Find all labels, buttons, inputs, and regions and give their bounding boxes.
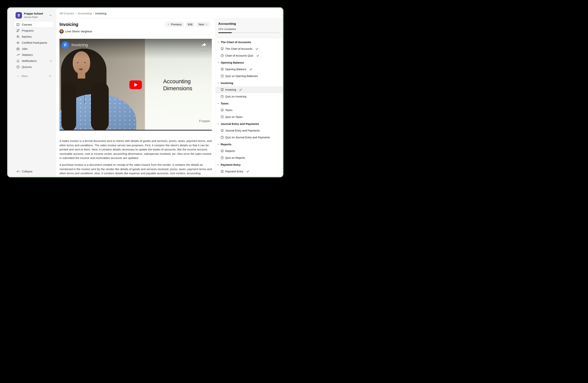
- lesson-title: Invoicing: [225, 88, 236, 91]
- outline-section-reports[interactable]: Reports: [216, 141, 282, 148]
- help-circle-icon: [221, 115, 224, 119]
- outline-item-quiz-on-opening-balances[interactable]: Quiz on Opening Balances: [216, 73, 282, 79]
- outline-item-quiz-on-taxes[interactable]: Quiz on Taxes: [216, 114, 282, 120]
- video-bottom-bar: [60, 130, 212, 131]
- help-circle-icon: [221, 156, 224, 159]
- outline-item-chart-of-accounts-quiz[interactable]: Chart of Accounts Quiz: [216, 52, 282, 59]
- outline-item-taxes[interactable]: Taxes: [216, 107, 282, 114]
- outline-section-opening-balance[interactable]: Opening Balance: [216, 59, 282, 66]
- school-name: Frappe School: [24, 12, 43, 15]
- section-title: Taxes: [221, 102, 229, 105]
- sidebar-item-certified-participants[interactable]: Certified Participants: [14, 40, 53, 46]
- video-title[interactable]: Invoicing: [71, 43, 88, 47]
- lesson-title: Quiz on Invoicing: [225, 95, 246, 98]
- frappe-channel-icon[interactable]: F: [62, 41, 69, 49]
- lesson-paragraph: A purchase invoice is a document created…: [60, 163, 212, 176]
- lesson-paragraph: A Sales invoice is a formal document sen…: [60, 139, 212, 160]
- breadcrumb-all-courses[interactable]: All Courses: [60, 12, 74, 15]
- progress-bar: [218, 32, 280, 33]
- course-outline-panel: Accounting 22% completed The Chart of Ac…: [215, 18, 282, 176]
- sidebar-item-jobs[interactable]: Jobs: [14, 46, 53, 52]
- chevron-down-icon: [217, 102, 220, 105]
- outline-item-quiz-on-reports[interactable]: Quiz on Reports: [216, 154, 282, 161]
- collapse-sidebar-button[interactable]: Collapse: [14, 168, 53, 174]
- lesson-title: Journal Entry and Payments: [225, 129, 260, 132]
- outline-section-journal-entry-and-payments[interactable]: Journal Entry and Payments: [216, 120, 282, 127]
- outline-section-the-chart-of-accounts[interactable]: The Chart of Accounts: [216, 38, 282, 45]
- sidebar-item-label: Statistics: [22, 53, 52, 57]
- section-title: Invoicing: [221, 81, 233, 85]
- graduation-cap-icon: [16, 41, 20, 44]
- course-outline-header: Accounting 22% completed: [216, 18, 282, 38]
- chevron-down-icon: [217, 163, 220, 166]
- content-wrap: All Courses / Accounting / Invoicing Inv…: [56, 9, 282, 176]
- monitor-play-icon: [221, 68, 224, 71]
- outline-section-taxes[interactable]: Taxes: [216, 100, 282, 107]
- breadcrumb-current: Invoicing: [95, 12, 106, 15]
- previous-button[interactable]: Previous: [165, 22, 184, 27]
- collapse-left-icon: [16, 170, 20, 173]
- sidebar-item-courses[interactable]: Courses: [14, 21, 53, 28]
- share-label: Share: [201, 48, 207, 51]
- edit-button[interactable]: Edit: [186, 22, 195, 27]
- outline-item-journal-entry-and-payments[interactable]: Journal Entry and Payments: [216, 127, 282, 134]
- check-icon: [249, 68, 252, 71]
- page-title: Invoicing: [60, 22, 78, 27]
- breadcrumb-accounting[interactable]: Accounting: [78, 12, 92, 15]
- outline-item-quiz-on-invoicing[interactable]: Quiz on Invoicing: [216, 93, 282, 100]
- outline-section-payment-entry[interactable]: Payment Entry: [216, 161, 282, 168]
- sidebar-item-label: Programs: [22, 29, 52, 32]
- route-icon: [16, 29, 20, 32]
- sidebar-item-batches[interactable]: Batches: [14, 34, 53, 40]
- frappe-watermark: Frappe: [199, 119, 210, 123]
- next-button[interactable]: Next: [196, 22, 210, 27]
- sidebar-item-statistics[interactable]: Statistics: [14, 52, 53, 58]
- trending-up-icon: [16, 53, 20, 57]
- page-head: Invoicing Previous Edit Next: [60, 21, 212, 27]
- workspace-switcher[interactable]: Frappe School Jannat Patel: [8, 9, 56, 21]
- section-title: Payment Entry: [221, 163, 241, 166]
- monitor-play-icon: [221, 170, 224, 173]
- outline-item-payment-entry[interactable]: Payment Entry: [216, 168, 282, 175]
- outline-item-reports[interactable]: Reports: [216, 148, 282, 154]
- lesson-title: The Chart of Accounts: [225, 47, 252, 50]
- breadcrumb-separator: /: [76, 12, 76, 15]
- sidebar-item-programs[interactable]: Programs: [14, 28, 53, 34]
- sidebar: Frappe School Jannat Patel CoursesProgra…: [8, 9, 56, 176]
- video-titlebar: F Invoicing: [62, 41, 88, 49]
- video-player[interactable]: Accounting Dimensions F Invoicing Share: [60, 39, 212, 131]
- outline-item-opening-balance[interactable]: Opening Balance: [216, 66, 282, 73]
- chevron-right-icon: [16, 75, 19, 77]
- sidebar-item-notifications[interactable]: Notifications1: [14, 58, 53, 64]
- monitor-play-icon: [221, 108, 224, 112]
- author-avatar: [60, 29, 64, 34]
- check-icon: [255, 47, 259, 51]
- help-circle-icon: [16, 65, 20, 69]
- lesson-title: Quiz on Reports: [225, 156, 245, 159]
- plus-icon[interactable]: [48, 75, 52, 77]
- outline-section-invoicing[interactable]: Invoicing: [216, 79, 282, 86]
- section-title: Opening Balance: [221, 61, 244, 64]
- sidebar-item-quizzes[interactable]: Quizzes: [14, 64, 53, 70]
- chevron-down-icon[interactable]: [49, 14, 52, 17]
- outline-item-invoicing[interactable]: Invoicing: [216, 86, 282, 93]
- lesson-title: Quiz on Journal Entry and Payments: [225, 136, 270, 139]
- outline-item-quiz-on-journal-entry-and-payments[interactable]: Quiz on Journal Entry and Payments: [216, 134, 282, 141]
- collapse-label: Collapse: [22, 170, 32, 173]
- lesson-title: Opening Balance: [225, 68, 246, 71]
- sidebar-spacer: [8, 79, 56, 168]
- share-button[interactable]: Share: [201, 42, 207, 51]
- play-button[interactable]: [129, 80, 142, 89]
- sidebar-more[interactable]: More: [8, 73, 56, 79]
- content-row: Invoicing Previous Edit Next: [56, 18, 282, 176]
- users-icon: [16, 35, 20, 38]
- monitor-play-icon: [221, 47, 224, 51]
- outline-item-the-chart-of-accounts[interactable]: The Chart of Accounts: [216, 45, 282, 52]
- progress-label: 22% completed: [218, 28, 280, 30]
- chevron-left-icon: [167, 23, 170, 26]
- user-name: Jannat Patel: [24, 16, 43, 19]
- breadcrumb-separator: /: [93, 12, 94, 15]
- sidebar-item-label: Quizzes: [22, 65, 52, 69]
- lesson-nav-actions: Previous Edit Next: [165, 22, 210, 27]
- app-window: Frappe School Jannat Patel CoursesProgra…: [7, 7, 283, 177]
